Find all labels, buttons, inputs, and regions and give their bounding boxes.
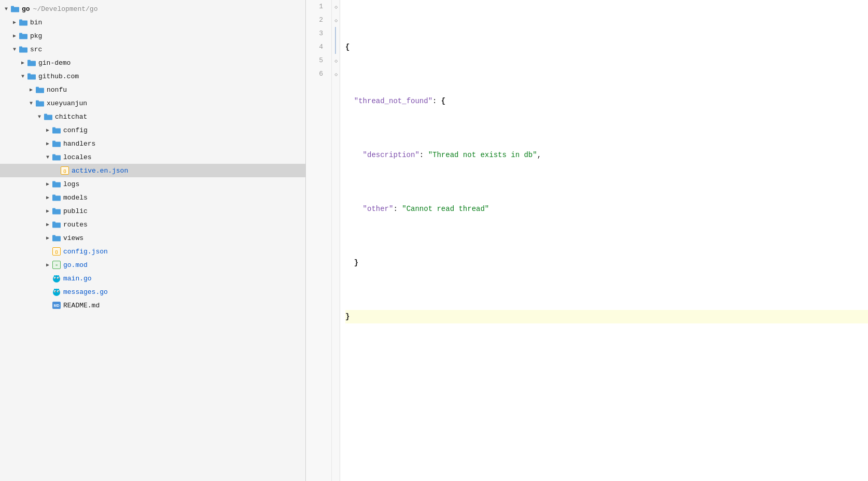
svg-point-39 xyxy=(55,280,58,282)
tree-item-src[interactable]: src xyxy=(0,43,305,56)
code-line-3: "description" : "Thread not exists in db… xyxy=(345,148,868,162)
svg-rect-17 xyxy=(44,114,47,116)
fold-marker-3 xyxy=(335,27,339,40)
code-key-thread-not-found: "thread_not_found" xyxy=(354,94,432,108)
svg-rect-15 xyxy=(36,101,39,103)
tree-label-views: views xyxy=(63,235,83,242)
tree-item-chitchat[interactable]: chitchat xyxy=(0,110,305,123)
tree-item-messages-go[interactable]: messages.go xyxy=(0,285,305,299)
tree-item-public[interactable]: public xyxy=(0,204,305,218)
tree-item-active-en-json[interactable]: {} active.en.json xyxy=(0,164,305,177)
svg-rect-7 xyxy=(19,47,22,49)
code-area[interactable]: 1 2 3 4 5 6 ⬦ ⬦ ⬦ ⬦ { xyxy=(306,0,868,481)
code-brace-close-6: } xyxy=(345,310,349,323)
folder-icon-logs xyxy=(52,179,61,189)
tree-item-bin[interactable]: bin xyxy=(0,16,305,29)
svg-rect-31 xyxy=(52,222,55,224)
code-key-other: "other" xyxy=(363,202,394,216)
tree-item-go-root[interactable]: go ~/Development/go xyxy=(0,2,305,16)
tree-item-config-json[interactable]: {} config.json xyxy=(0,245,305,258)
svg-rect-5 xyxy=(19,33,22,35)
code-val-description: "Thread not exists in db" xyxy=(428,148,537,162)
fold-marker-6[interactable]: ⬦ xyxy=(334,67,338,81)
tree-arrow-src[interactable] xyxy=(10,45,19,53)
tree-arrow-locales[interactable] xyxy=(44,153,52,161)
fold-marker-5[interactable]: ⬦ xyxy=(334,54,338,67)
folder-icon-xueyuanjun xyxy=(35,98,45,108)
json-icon-config: {} xyxy=(52,247,61,256)
code-line-2: "thread_not_found" : { xyxy=(345,94,868,108)
tree-arrow-bin[interactable] xyxy=(10,18,19,26)
code-brace-close-5: } xyxy=(354,256,358,270)
tree-label-config-json: config.json xyxy=(63,248,108,255)
tree-arrow-views[interactable] xyxy=(44,234,52,242)
svg-point-37 xyxy=(55,278,56,279)
fold-marker-1[interactable]: ⬦ xyxy=(334,0,338,13)
svg-rect-33 xyxy=(52,235,55,237)
folder-icon-handlers xyxy=(52,139,61,148)
tree-label-chitchat: chitchat xyxy=(55,114,87,120)
tree-arrow-gin-demo[interactable] xyxy=(19,59,27,67)
svg-rect-23 xyxy=(52,154,55,157)
tree-label-routes: routes xyxy=(63,221,88,228)
tree-arrow-public[interactable] xyxy=(44,207,52,215)
file-tree-panel[interactable]: go ~/Development/go bin pkg src gin-demo xyxy=(0,0,306,481)
fold-marker-2[interactable]: ⬦ xyxy=(334,13,338,27)
tree-arrow-go[interactable] xyxy=(2,5,10,13)
line-numbers: 1 2 3 4 5 6 xyxy=(306,0,332,481)
tree-item-go-mod[interactable]: ≡ go.mod xyxy=(0,258,305,272)
svg-rect-9 xyxy=(27,60,31,62)
tree-sublabel-go: ~/Development/go xyxy=(33,6,98,12)
folder-icon-locales xyxy=(52,152,61,162)
tree-item-models[interactable]: models xyxy=(0,191,305,204)
tree-arrow-models[interactable] xyxy=(44,193,52,202)
mod-icon-go-mod: ≡ xyxy=(52,260,61,270)
tree-item-gin-demo[interactable]: gin-demo xyxy=(0,56,305,69)
tree-arrow-github-com[interactable] xyxy=(19,72,27,80)
tree-arrow-config[interactable] xyxy=(44,126,52,134)
code-indent-2 xyxy=(345,94,354,108)
tree-label-nonfu: nonfu xyxy=(47,87,67,93)
tree-arrow-routes[interactable] xyxy=(44,220,52,229)
svg-rect-1 xyxy=(11,6,14,8)
code-colon-3: : xyxy=(419,148,428,162)
tree-item-views[interactable]: views xyxy=(0,231,305,245)
tree-item-main-go[interactable]: main.go xyxy=(0,272,305,285)
tree-arrow-handlers[interactable] xyxy=(44,139,52,148)
code-indent-5 xyxy=(345,256,354,270)
tree-arrow-pkg[interactable] xyxy=(10,32,19,40)
folder-icon-bin xyxy=(19,18,28,27)
code-content[interactable]: { "thread_not_found" : { "description" :… xyxy=(340,0,868,481)
code-line-6: } xyxy=(345,310,868,323)
tree-label-config: config xyxy=(63,127,88,134)
tree-arrow-chitchat[interactable] xyxy=(35,112,44,121)
tree-arrow-go-mod[interactable] xyxy=(44,261,52,269)
tree-item-pkg[interactable]: pkg xyxy=(0,29,305,43)
tree-arrow-xueyuanjun[interactable] xyxy=(27,99,35,107)
tree-label-pkg: pkg xyxy=(30,33,42,39)
folder-icon-views xyxy=(52,233,61,243)
tree-item-handlers[interactable]: handlers xyxy=(0,137,305,150)
tree-item-github-com[interactable]: github.com xyxy=(0,69,305,83)
tree-item-readme-md[interactable]: MD README.md xyxy=(0,299,305,312)
folder-icon-chitchat xyxy=(44,112,53,121)
folder-icon-public xyxy=(52,206,61,216)
code-key-description: "description" xyxy=(363,148,419,162)
tree-item-locales[interactable]: locales xyxy=(0,150,305,164)
code-val-other: "Cannot read thread" xyxy=(402,202,489,216)
tree-arrow-logs[interactable] xyxy=(44,180,52,188)
tree-item-config[interactable]: config xyxy=(0,123,305,137)
folder-icon-github-com xyxy=(27,72,36,81)
tree-item-logs[interactable]: logs xyxy=(0,177,305,191)
tree-arrow-nonfu[interactable] xyxy=(27,86,35,94)
go-icon-messages xyxy=(52,287,61,296)
folder-icon-models xyxy=(52,193,61,202)
tree-item-nonfu[interactable]: nonfu xyxy=(0,83,305,96)
tree-item-routes[interactable]: routes xyxy=(0,218,305,231)
editor-panel: 1 2 3 4 5 6 ⬦ ⬦ ⬦ ⬦ { xyxy=(306,0,868,481)
svg-rect-13 xyxy=(36,87,39,89)
tree-label-go-mod: go.mod xyxy=(63,262,88,268)
code-colon-4: : xyxy=(393,202,402,216)
tree-item-xueyuanjun[interactable]: xueyuanjun xyxy=(0,96,305,110)
svg-point-44 xyxy=(58,291,59,292)
